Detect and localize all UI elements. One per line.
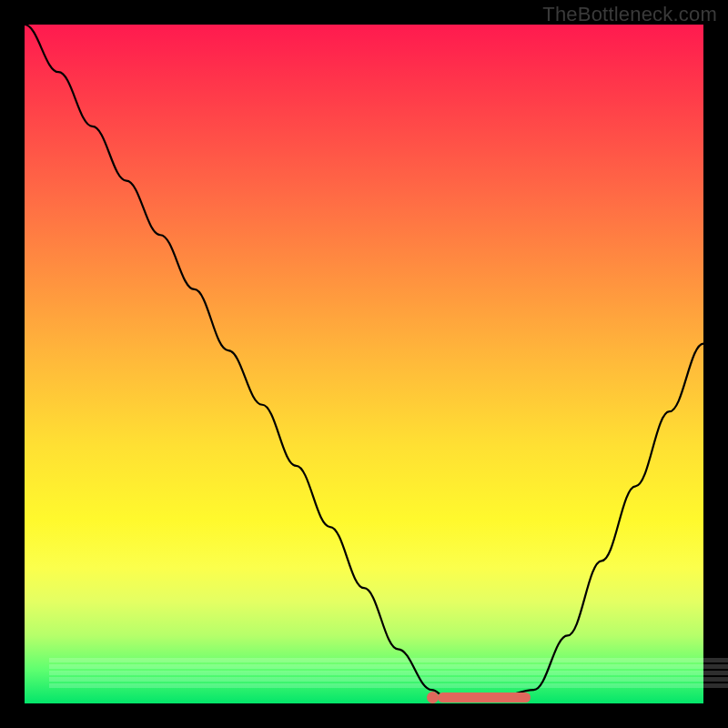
watermark-text: TheBottleneck.com [542, 3, 717, 26]
optimal-range-marker [438, 693, 531, 703]
bottleneck-curve [25, 25, 703, 703]
optimal-start-dot [427, 692, 439, 703]
chart-plot-area [25, 25, 703, 703]
